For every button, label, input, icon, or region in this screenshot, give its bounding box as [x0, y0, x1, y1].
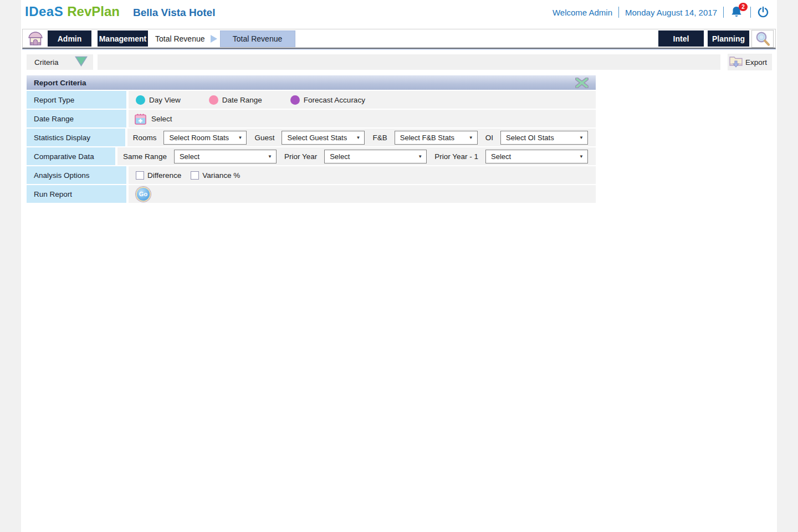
chevron-down-icon: ▼: [356, 135, 361, 140]
date-range-picker[interactable]: Select: [134, 112, 172, 125]
analysis-options-row: Analysis Options Difference Variance %: [27, 166, 596, 184]
go-button[interactable]: Go: [136, 187, 151, 202]
select-value: Select OI Stats: [506, 134, 554, 142]
panel-title: Report Criteria: [34, 79, 86, 87]
select-value: Select: [330, 152, 350, 161]
field-label-guest: Guest: [254, 134, 274, 142]
home-icon[interactable]: [27, 30, 44, 47]
select-prior-year[interactable]: Select ▼: [324, 150, 427, 163]
select-value: Select Guest Stats: [287, 134, 347, 142]
chevron-down-icon: ▼: [579, 154, 584, 159]
search-icon[interactable]: [751, 30, 774, 48]
variance-checkbox[interactable]: [191, 171, 199, 180]
checkbox-item-variance: Variance %: [191, 171, 240, 180]
radio-label: Date Range: [222, 96, 262, 104]
main-navbar: Admin Management Total Revenue Total Rev…: [22, 29, 776, 49]
date-range-value: Select: [151, 115, 172, 123]
select-prior-year-1[interactable]: Select ▼: [485, 150, 588, 163]
admin-button[interactable]: Admin: [48, 30, 91, 47]
row-label: Statistics Display: [27, 129, 125, 146]
chevron-down-icon: ▼: [579, 135, 584, 140]
breadcrumb-arrow-icon: [210, 34, 218, 43]
header-right: Welcome Admin Monday August 14, 2017 2: [553, 0, 769, 24]
select-value: Select Room Stats: [169, 134, 229, 142]
breadcrumb: Total Revenue: [155, 34, 205, 43]
date-range-row: Date Range Select: [27, 110, 596, 127]
field-label-prior-year-1: Prior Year - 1: [434, 152, 478, 161]
row-label: Report Type: [27, 91, 126, 109]
app-window: IDeaS RevPlan Bella Vista Hotel Welcome …: [21, 0, 777, 532]
report-type-row: Report Type Day View Date Range Forecast…: [27, 91, 596, 109]
planning-button[interactable]: Planning: [708, 30, 749, 47]
panel-header: Report Criteria: [27, 75, 596, 90]
divider: [723, 7, 724, 18]
current-date: Monday August 14, 2017: [625, 8, 717, 17]
close-icon[interactable]: [575, 78, 589, 88]
report-criteria-panel: Report Criteria Report Type Day View: [27, 75, 596, 203]
row-label: Run Report: [27, 185, 126, 203]
panel-rows: Report Type Day View Date Range Forecast…: [27, 91, 596, 203]
select-guest-stats[interactable]: Select Guest Stats ▼: [282, 131, 365, 145]
notification-count-badge: 2: [739, 3, 748, 11]
divider: [750, 7, 751, 18]
radio-label: Forecast Accuracy: [304, 96, 365, 104]
criteria-label: Criteria: [34, 58, 59, 66]
welcome-text: Welcome Admin: [553, 8, 612, 17]
checkbox-item-difference: Difference: [136, 171, 181, 180]
row-label: Comparative Data: [27, 147, 115, 165]
triangle-down-icon: [75, 56, 88, 68]
chevron-down-icon: ▼: [268, 154, 272, 159]
radio-day-view[interactable]: Day View: [136, 95, 181, 105]
field-label-rooms: Rooms: [133, 134, 157, 142]
field-label-prior-year: Prior Year: [284, 152, 317, 161]
difference-checkbox[interactable]: [136, 171, 144, 180]
radio-label: Day View: [149, 96, 181, 104]
run-report-row: Run Report Go: [27, 185, 596, 203]
divider: [618, 7, 619, 18]
criteria-bar: Criteria Export: [21, 54, 777, 70]
checkbox-label: Difference: [147, 171, 181, 180]
chevron-down-icon: ▼: [469, 135, 473, 140]
app-logo: IDeaS RevPlan Bella Vista Hotel: [25, 4, 215, 19]
select-value: Select: [491, 152, 511, 161]
radio-date-range[interactable]: Date Range: [209, 95, 262, 105]
row-label: Analysis Options: [27, 166, 126, 184]
hotel-name: Bella Vista Hotel: [133, 7, 216, 19]
comparative-data-row: Comparative Data Same Range Select ▼ Pri…: [27, 147, 596, 165]
report-type-options: Day View Date Range Forecast Accuracy: [129, 91, 596, 109]
chevron-down-icon: ▼: [418, 154, 422, 159]
comparative-data-content: Same Range Select ▼ Prior Year Select ▼ …: [117, 147, 596, 165]
export-label: Export: [745, 58, 767, 66]
select-fb-stats[interactable]: Select F&B Stats ▼: [395, 131, 478, 145]
radio-dot-icon: [209, 95, 218, 105]
export-button[interactable]: Export: [728, 54, 772, 70]
radio-dot-icon: [290, 95, 300, 105]
date-range-content: Select: [129, 110, 596, 127]
select-same-range[interactable]: Select ▼: [174, 150, 277, 163]
logo-revplan: RevPlan: [67, 4, 120, 19]
row-label: Date Range: [27, 110, 126, 127]
calendar-icon: [134, 112, 147, 125]
notifications-bell-icon[interactable]: 2: [730, 5, 744, 19]
export-folder-icon: [729, 54, 744, 70]
checkbox-label: Variance %: [202, 171, 240, 180]
analysis-options-content: Difference Variance %: [129, 166, 596, 184]
logo-ideas: IDeaS: [25, 4, 63, 19]
select-oi-stats[interactable]: Select OI Stats ▼: [500, 131, 588, 145]
radio-forecast-accuracy[interactable]: Forecast Accuracy: [290, 95, 365, 105]
select-room-stats[interactable]: Select Room Stats ▼: [163, 131, 247, 145]
statistics-display-content: Rooms Select Room Stats ▼ Guest Select G…: [127, 129, 596, 146]
intel-button[interactable]: Intel: [658, 30, 704, 47]
tab-total-revenue[interactable]: Total Revenue: [220, 30, 295, 47]
select-value: Select: [180, 152, 200, 161]
criteria-toggle-button[interactable]: Criteria: [27, 54, 93, 70]
chevron-down-icon: ▼: [238, 135, 243, 140]
select-value: Select F&B Stats: [400, 134, 454, 142]
field-label-oi: OI: [485, 134, 493, 142]
criteria-track: [98, 54, 720, 70]
field-label-same-range: Same Range: [123, 152, 167, 161]
run-report-content: Go: [129, 185, 596, 203]
management-button[interactable]: Management: [98, 30, 148, 47]
power-logout-icon[interactable]: [757, 6, 769, 18]
radio-dot-icon: [136, 95, 145, 105]
